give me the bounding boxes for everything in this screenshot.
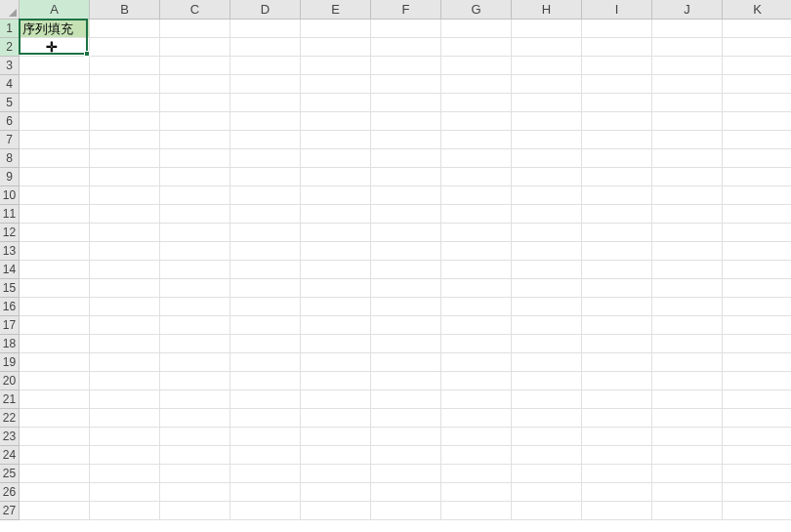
cell-I7[interactable]: [582, 131, 652, 149]
cell-G27[interactable]: [441, 502, 512, 520]
cell-I26[interactable]: [582, 483, 652, 502]
cell-A12[interactable]: [20, 224, 90, 242]
cell-D14[interactable]: [230, 261, 301, 279]
cell-G5[interactable]: [441, 94, 512, 112]
cell-I6[interactable]: [582, 112, 652, 131]
cell-F22[interactable]: [371, 409, 441, 428]
cell-A26[interactable]: [20, 483, 90, 502]
cell-I20[interactable]: [582, 372, 652, 390]
cell-D23[interactable]: [230, 428, 301, 446]
cell-D24[interactable]: [230, 446, 301, 465]
cell-G17[interactable]: [441, 316, 512, 335]
cell-A27[interactable]: [20, 502, 90, 520]
cell-F19[interactable]: [371, 353, 441, 372]
cell-B2[interactable]: [90, 38, 160, 57]
cell-J3[interactable]: [652, 57, 723, 75]
cell-H21[interactable]: [512, 390, 582, 409]
cell-J25[interactable]: [652, 465, 723, 483]
cell-K9[interactable]: [723, 168, 791, 186]
cell-B27[interactable]: [90, 502, 160, 520]
cell-E24[interactable]: [301, 446, 371, 465]
cell-K7[interactable]: [723, 131, 791, 149]
cell-K22[interactable]: [723, 409, 791, 428]
row-header-18[interactable]: 18: [0, 335, 20, 353]
cell-B15[interactable]: [90, 279, 160, 298]
cell-A3[interactable]: [20, 57, 90, 75]
cell-G10[interactable]: [441, 186, 512, 205]
cell-H18[interactable]: [512, 335, 582, 353]
cell-I13[interactable]: [582, 242, 652, 261]
cell-E5[interactable]: [301, 94, 371, 112]
cell-A10[interactable]: [20, 186, 90, 205]
cell-H9[interactable]: [512, 168, 582, 186]
cell-C22[interactable]: [160, 409, 230, 428]
cell-E18[interactable]: [301, 335, 371, 353]
cell-F13[interactable]: [371, 242, 441, 261]
cell-A25[interactable]: [20, 465, 90, 483]
cell-I27[interactable]: [582, 502, 652, 520]
row-header-22[interactable]: 22: [0, 409, 20, 428]
cell-E4[interactable]: [301, 75, 371, 94]
cell-G2[interactable]: [441, 38, 512, 57]
cell-J6[interactable]: [652, 112, 723, 131]
cell-F1[interactable]: [371, 20, 441, 38]
cell-I4[interactable]: [582, 75, 652, 94]
cell-G19[interactable]: [441, 353, 512, 372]
cell-K14[interactable]: [723, 261, 791, 279]
cell-H24[interactable]: [512, 446, 582, 465]
cell-H7[interactable]: [512, 131, 582, 149]
col-header-K[interactable]: K: [723, 0, 791, 20]
cell-C16[interactable]: [160, 298, 230, 316]
cell-E1[interactable]: [301, 20, 371, 38]
cell-A5[interactable]: [20, 94, 90, 112]
cell-B20[interactable]: [90, 372, 160, 390]
cell-K1[interactable]: [723, 20, 791, 38]
cell-H26[interactable]: [512, 483, 582, 502]
cell-G20[interactable]: [441, 372, 512, 390]
row-header-8[interactable]: 8: [0, 149, 20, 168]
row-header-25[interactable]: 25: [0, 465, 20, 483]
cell-A7[interactable]: [20, 131, 90, 149]
cell-E8[interactable]: [301, 149, 371, 168]
cell-E15[interactable]: [301, 279, 371, 298]
cell-F15[interactable]: [371, 279, 441, 298]
col-header-F[interactable]: F: [371, 0, 441, 20]
col-header-B[interactable]: B: [90, 0, 160, 20]
col-header-A[interactable]: A: [20, 0, 90, 20]
cell-F12[interactable]: [371, 224, 441, 242]
cell-I18[interactable]: [582, 335, 652, 353]
col-header-I[interactable]: I: [582, 0, 652, 20]
cell-I12[interactable]: [582, 224, 652, 242]
cell-B1[interactable]: [90, 20, 160, 38]
cell-K21[interactable]: [723, 390, 791, 409]
cell-H22[interactable]: [512, 409, 582, 428]
row-header-17[interactable]: 17: [0, 316, 20, 335]
cell-G4[interactable]: [441, 75, 512, 94]
cell-A8[interactable]: [20, 149, 90, 168]
cell-G13[interactable]: [441, 242, 512, 261]
cell-K18[interactable]: [723, 335, 791, 353]
cell-I15[interactable]: [582, 279, 652, 298]
cell-A23[interactable]: [20, 428, 90, 446]
cell-K6[interactable]: [723, 112, 791, 131]
cell-A4[interactable]: [20, 75, 90, 94]
cell-D9[interactable]: [230, 168, 301, 186]
cell-I8[interactable]: [582, 149, 652, 168]
cell-I9[interactable]: [582, 168, 652, 186]
cell-D15[interactable]: [230, 279, 301, 298]
col-header-D[interactable]: D: [230, 0, 301, 20]
row-header-20[interactable]: 20: [0, 372, 20, 390]
cell-F18[interactable]: [371, 335, 441, 353]
cell-I22[interactable]: [582, 409, 652, 428]
cell-D13[interactable]: [230, 242, 301, 261]
row-header-5[interactable]: 5: [0, 94, 20, 112]
cell-G8[interactable]: [441, 149, 512, 168]
cell-J1[interactable]: [652, 20, 723, 38]
cell-I24[interactable]: [582, 446, 652, 465]
cell-C24[interactable]: [160, 446, 230, 465]
cell-B9[interactable]: [90, 168, 160, 186]
cell-E10[interactable]: [301, 186, 371, 205]
cell-H8[interactable]: [512, 149, 582, 168]
cell-D8[interactable]: [230, 149, 301, 168]
col-header-G[interactable]: G: [441, 0, 512, 20]
